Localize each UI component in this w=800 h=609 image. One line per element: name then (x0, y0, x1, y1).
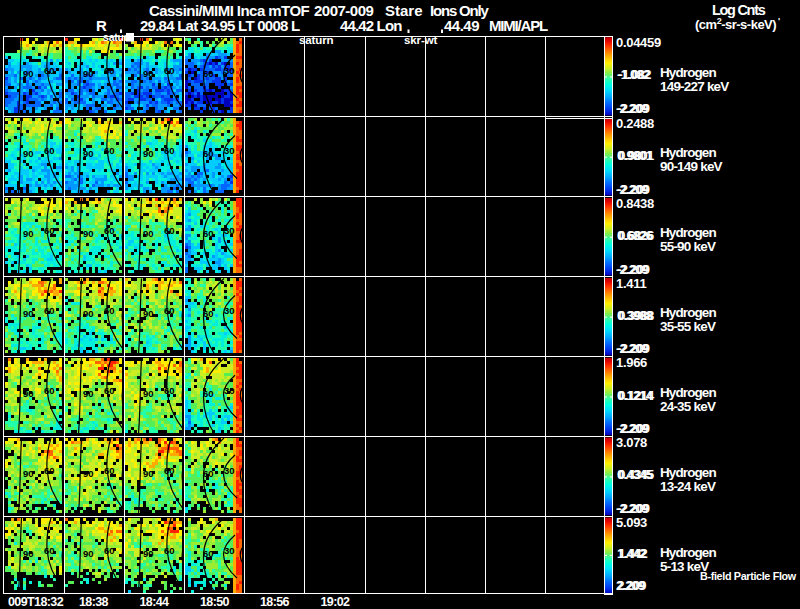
svg-text:60: 60 (164, 465, 175, 476)
svg-text:90: 90 (23, 68, 34, 79)
svg-text:90: 90 (83, 308, 94, 319)
svg-text:60: 60 (104, 465, 115, 476)
svg-text:60: 60 (164, 65, 175, 76)
svg-text:60: 60 (104, 65, 115, 76)
svg-text:60: 60 (203, 228, 214, 239)
svg-text:90: 90 (143, 468, 154, 479)
svg-text:30: 30 (224, 305, 235, 316)
svg-text:90: 90 (23, 148, 34, 159)
svg-text:60: 60 (104, 145, 115, 156)
svg-text:30: 30 (224, 545, 235, 556)
svg-text:90: 90 (23, 388, 34, 399)
svg-text:60: 60 (44, 225, 55, 236)
svg-text:90: 90 (23, 228, 34, 239)
svg-text:90: 90 (83, 468, 94, 479)
svg-text:30: 30 (224, 465, 235, 476)
svg-text:60: 60 (164, 385, 175, 396)
svg-text:60: 60 (203, 308, 214, 319)
svg-text:60: 60 (203, 388, 214, 399)
svg-text:90: 90 (143, 148, 154, 159)
svg-text:90: 90 (143, 228, 154, 239)
svg-text:90: 90 (143, 388, 154, 399)
svg-text:60: 60 (164, 145, 175, 156)
svg-text:90: 90 (143, 308, 154, 319)
svg-text:90: 90 (83, 388, 94, 399)
svg-text:60: 60 (44, 465, 55, 476)
svg-text:60: 60 (203, 548, 214, 559)
svg-text:90: 90 (83, 548, 94, 559)
svg-text:60: 60 (44, 65, 55, 76)
svg-text:60: 60 (44, 145, 55, 156)
svg-text:90: 90 (23, 548, 34, 559)
svg-text:90: 90 (23, 308, 34, 319)
svg-text:60: 60 (44, 545, 55, 556)
svg-text:30: 30 (224, 65, 235, 76)
svg-text:90: 90 (83, 148, 94, 159)
svg-text:60: 60 (104, 545, 115, 556)
svg-text:60: 60 (44, 385, 55, 396)
svg-text:90: 90 (83, 228, 94, 239)
svg-text:90: 90 (23, 468, 34, 479)
svg-text:90: 90 (143, 68, 154, 79)
svg-text:60: 60 (203, 468, 214, 479)
svg-text:30: 30 (224, 145, 235, 156)
svg-text:30: 30 (224, 385, 235, 396)
svg-text:60: 60 (203, 148, 214, 159)
svg-text:90: 90 (83, 68, 94, 79)
svg-text:60: 60 (104, 385, 115, 396)
svg-text:60: 60 (164, 225, 175, 236)
svg-text:60: 60 (203, 68, 214, 79)
svg-text:60: 60 (104, 305, 115, 316)
svg-text:90: 90 (143, 548, 154, 559)
svg-text:60: 60 (164, 305, 175, 316)
svg-text:30: 30 (224, 225, 235, 236)
svg-text:60: 60 (104, 225, 115, 236)
svg-text:60: 60 (44, 305, 55, 316)
svg-text:60: 60 (164, 545, 175, 556)
